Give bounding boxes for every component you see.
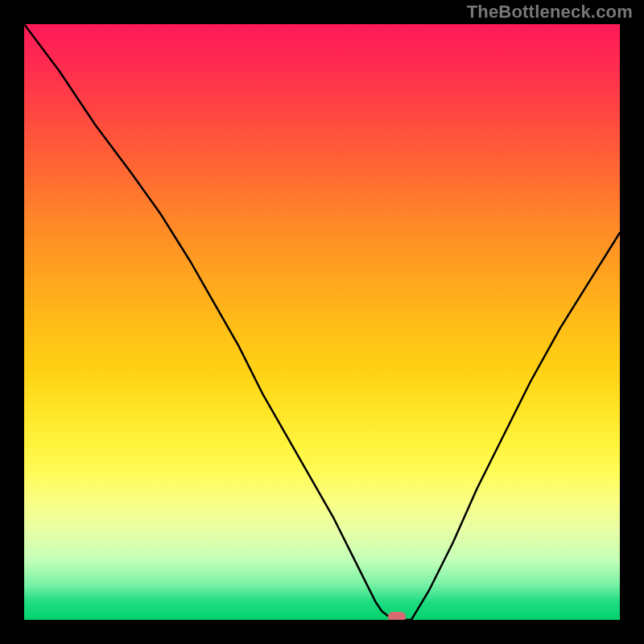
attribution-text: TheBottleneck.com xyxy=(467,2,633,23)
chart-frame: TheBottleneck.com xyxy=(0,0,644,644)
bottleneck-curve xyxy=(24,24,620,620)
plot-area xyxy=(24,24,620,620)
curve-path xyxy=(24,24,620,620)
optimal-point-marker xyxy=(388,612,406,620)
